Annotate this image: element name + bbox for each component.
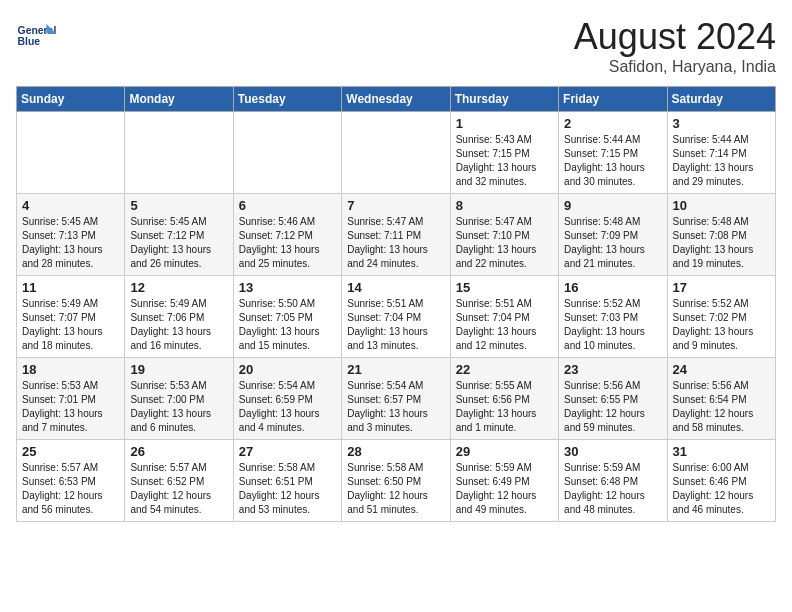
calendar-cell: 19Sunrise: 5:53 AM Sunset: 7:00 PM Dayli… (125, 358, 233, 440)
calendar-cell (233, 112, 341, 194)
day-number: 22 (456, 362, 553, 377)
calendar-cell: 28Sunrise: 5:58 AM Sunset: 6:50 PM Dayli… (342, 440, 450, 522)
day-number: 26 (130, 444, 227, 459)
weekday-header: Thursday (450, 87, 558, 112)
day-info: Sunrise: 5:45 AM Sunset: 7:13 PM Dayligh… (22, 216, 103, 269)
day-info: Sunrise: 5:57 AM Sunset: 6:52 PM Dayligh… (130, 462, 211, 515)
day-info: Sunrise: 5:48 AM Sunset: 7:09 PM Dayligh… (564, 216, 645, 269)
calendar-cell: 5Sunrise: 5:45 AM Sunset: 7:12 PM Daylig… (125, 194, 233, 276)
calendar-cell: 6Sunrise: 5:46 AM Sunset: 7:12 PM Daylig… (233, 194, 341, 276)
calendar-week-row: 18Sunrise: 5:53 AM Sunset: 7:01 PM Dayli… (17, 358, 776, 440)
weekday-header: Wednesday (342, 87, 450, 112)
calendar-cell: 11Sunrise: 5:49 AM Sunset: 7:07 PM Dayli… (17, 276, 125, 358)
day-info: Sunrise: 5:52 AM Sunset: 7:03 PM Dayligh… (564, 298, 645, 351)
calendar-header-row: SundayMondayTuesdayWednesdayThursdayFrid… (17, 87, 776, 112)
day-info: Sunrise: 5:52 AM Sunset: 7:02 PM Dayligh… (673, 298, 754, 351)
calendar-cell: 14Sunrise: 5:51 AM Sunset: 7:04 PM Dayli… (342, 276, 450, 358)
day-number: 29 (456, 444, 553, 459)
calendar-cell: 22Sunrise: 5:55 AM Sunset: 6:56 PM Dayli… (450, 358, 558, 440)
page-header: General Blue August 2024 Safidon, Haryan… (16, 16, 776, 76)
day-info: Sunrise: 5:55 AM Sunset: 6:56 PM Dayligh… (456, 380, 537, 433)
day-number: 20 (239, 362, 336, 377)
day-info: Sunrise: 6:00 AM Sunset: 6:46 PM Dayligh… (673, 462, 754, 515)
day-number: 12 (130, 280, 227, 295)
title-block: August 2024 Safidon, Haryana, India (574, 16, 776, 76)
weekday-header: Monday (125, 87, 233, 112)
day-info: Sunrise: 5:43 AM Sunset: 7:15 PM Dayligh… (456, 134, 537, 187)
calendar-cell: 8Sunrise: 5:47 AM Sunset: 7:10 PM Daylig… (450, 194, 558, 276)
day-number: 17 (673, 280, 770, 295)
calendar-cell: 31Sunrise: 6:00 AM Sunset: 6:46 PM Dayli… (667, 440, 775, 522)
day-info: Sunrise: 5:50 AM Sunset: 7:05 PM Dayligh… (239, 298, 320, 351)
calendar-cell: 2Sunrise: 5:44 AM Sunset: 7:15 PM Daylig… (559, 112, 667, 194)
calendar-body: 1Sunrise: 5:43 AM Sunset: 7:15 PM Daylig… (17, 112, 776, 522)
weekday-header: Sunday (17, 87, 125, 112)
calendar-cell: 24Sunrise: 5:56 AM Sunset: 6:54 PM Dayli… (667, 358, 775, 440)
day-number: 30 (564, 444, 661, 459)
weekday-header: Tuesday (233, 87, 341, 112)
location-subtitle: Safidon, Haryana, India (574, 58, 776, 76)
day-number: 11 (22, 280, 119, 295)
day-info: Sunrise: 5:45 AM Sunset: 7:12 PM Dayligh… (130, 216, 211, 269)
day-number: 9 (564, 198, 661, 213)
calendar-cell: 15Sunrise: 5:51 AM Sunset: 7:04 PM Dayli… (450, 276, 558, 358)
day-info: Sunrise: 5:44 AM Sunset: 7:14 PM Dayligh… (673, 134, 754, 187)
calendar-week-row: 1Sunrise: 5:43 AM Sunset: 7:15 PM Daylig… (17, 112, 776, 194)
calendar-cell: 13Sunrise: 5:50 AM Sunset: 7:05 PM Dayli… (233, 276, 341, 358)
day-info: Sunrise: 5:58 AM Sunset: 6:51 PM Dayligh… (239, 462, 320, 515)
calendar-cell: 3Sunrise: 5:44 AM Sunset: 7:14 PM Daylig… (667, 112, 775, 194)
calendar-cell: 18Sunrise: 5:53 AM Sunset: 7:01 PM Dayli… (17, 358, 125, 440)
calendar-week-row: 25Sunrise: 5:57 AM Sunset: 6:53 PM Dayli… (17, 440, 776, 522)
day-info: Sunrise: 5:51 AM Sunset: 7:04 PM Dayligh… (456, 298, 537, 351)
day-number: 31 (673, 444, 770, 459)
day-number: 24 (673, 362, 770, 377)
day-info: Sunrise: 5:59 AM Sunset: 6:49 PM Dayligh… (456, 462, 537, 515)
calendar-week-row: 11Sunrise: 5:49 AM Sunset: 7:07 PM Dayli… (17, 276, 776, 358)
day-number: 10 (673, 198, 770, 213)
day-number: 1 (456, 116, 553, 131)
day-number: 7 (347, 198, 444, 213)
day-number: 5 (130, 198, 227, 213)
day-info: Sunrise: 5:53 AM Sunset: 7:00 PM Dayligh… (130, 380, 211, 433)
day-number: 21 (347, 362, 444, 377)
day-number: 15 (456, 280, 553, 295)
calendar-cell: 1Sunrise: 5:43 AM Sunset: 7:15 PM Daylig… (450, 112, 558, 194)
day-number: 13 (239, 280, 336, 295)
day-info: Sunrise: 5:48 AM Sunset: 7:08 PM Dayligh… (673, 216, 754, 269)
day-info: Sunrise: 5:47 AM Sunset: 7:11 PM Dayligh… (347, 216, 428, 269)
day-info: Sunrise: 5:53 AM Sunset: 7:01 PM Dayligh… (22, 380, 103, 433)
calendar-cell: 25Sunrise: 5:57 AM Sunset: 6:53 PM Dayli… (17, 440, 125, 522)
day-info: Sunrise: 5:56 AM Sunset: 6:54 PM Dayligh… (673, 380, 754, 433)
calendar-cell: 4Sunrise: 5:45 AM Sunset: 7:13 PM Daylig… (17, 194, 125, 276)
day-number: 14 (347, 280, 444, 295)
calendar-cell (342, 112, 450, 194)
calendar-cell: 16Sunrise: 5:52 AM Sunset: 7:03 PM Dayli… (559, 276, 667, 358)
calendar-week-row: 4Sunrise: 5:45 AM Sunset: 7:13 PM Daylig… (17, 194, 776, 276)
calendar-cell: 21Sunrise: 5:54 AM Sunset: 6:57 PM Dayli… (342, 358, 450, 440)
calendar-cell (17, 112, 125, 194)
day-number: 27 (239, 444, 336, 459)
calendar-cell: 29Sunrise: 5:59 AM Sunset: 6:49 PM Dayli… (450, 440, 558, 522)
month-title: August 2024 (574, 16, 776, 58)
day-number: 4 (22, 198, 119, 213)
day-info: Sunrise: 5:54 AM Sunset: 6:57 PM Dayligh… (347, 380, 428, 433)
calendar-cell: 30Sunrise: 5:59 AM Sunset: 6:48 PM Dayli… (559, 440, 667, 522)
calendar-cell: 9Sunrise: 5:48 AM Sunset: 7:09 PM Daylig… (559, 194, 667, 276)
day-number: 18 (22, 362, 119, 377)
calendar-cell: 7Sunrise: 5:47 AM Sunset: 7:11 PM Daylig… (342, 194, 450, 276)
day-info: Sunrise: 5:44 AM Sunset: 7:15 PM Dayligh… (564, 134, 645, 187)
day-number: 19 (130, 362, 227, 377)
calendar-cell: 10Sunrise: 5:48 AM Sunset: 7:08 PM Dayli… (667, 194, 775, 276)
logo-icon: General Blue (16, 16, 56, 56)
day-number: 28 (347, 444, 444, 459)
calendar-table: SundayMondayTuesdayWednesdayThursdayFrid… (16, 86, 776, 522)
day-info: Sunrise: 5:57 AM Sunset: 6:53 PM Dayligh… (22, 462, 103, 515)
calendar-cell: 12Sunrise: 5:49 AM Sunset: 7:06 PM Dayli… (125, 276, 233, 358)
calendar-cell: 27Sunrise: 5:58 AM Sunset: 6:51 PM Dayli… (233, 440, 341, 522)
day-info: Sunrise: 5:49 AM Sunset: 7:07 PM Dayligh… (22, 298, 103, 351)
day-info: Sunrise: 5:49 AM Sunset: 7:06 PM Dayligh… (130, 298, 211, 351)
day-info: Sunrise: 5:47 AM Sunset: 7:10 PM Dayligh… (456, 216, 537, 269)
day-info: Sunrise: 5:58 AM Sunset: 6:50 PM Dayligh… (347, 462, 428, 515)
calendar-cell (125, 112, 233, 194)
day-info: Sunrise: 5:59 AM Sunset: 6:48 PM Dayligh… (564, 462, 645, 515)
